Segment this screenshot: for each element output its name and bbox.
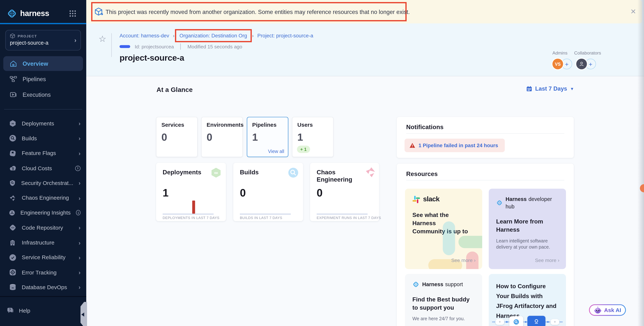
meta-divider [180, 43, 181, 50]
chevron-right-icon: › [79, 254, 80, 261]
sidebar-item-executions[interactable]: Executions [3, 87, 83, 102]
breadcrumb-account[interactable]: Account: harness-dev [120, 33, 169, 38]
ask-ai-button[interactable]: Ask AI [589, 304, 626, 316]
harness-logo-icon [496, 199, 503, 206]
breadcrumb: Account: harness-dev › Organization: Des… [120, 32, 313, 40]
logo-wordmark: harness [20, 9, 49, 18]
sidebar-divider [4, 109, 82, 109]
chevron-right-icon: › [74, 36, 76, 43]
sidebar-accent-line [0, 23, 86, 24]
sidebar-item-feature-flags[interactable]: Feature Flags › [0, 146, 86, 161]
sidebar-item-builds[interactable]: Builds › [0, 131, 86, 146]
harness-logo[interactable]: harness [6, 7, 80, 20]
resources-panel: Resources slack See what the Harness Com… [397, 163, 574, 326]
see-more-link[interactable]: See more › [535, 258, 560, 263]
stat-card-users[interactable]: Users 1 + 1 [292, 117, 334, 157]
stat-card-pipelines[interactable]: Pipelines 1 View all [247, 117, 288, 157]
panel-divider [406, 180, 564, 180]
ai-robot-icon [594, 306, 602, 314]
builds-icon [9, 135, 16, 142]
pipeline-failed-alert[interactable]: 1 Pipeline failed in past 24 hours [404, 139, 504, 152]
sidebar-item-overview[interactable]: Overview [3, 56, 83, 71]
person-icon [579, 61, 584, 67]
at-a-glance-title: At a Glance [156, 86, 193, 94]
sidebar-item-service-reliability[interactable]: Service Reliability › [0, 250, 86, 265]
notifications-title: Notifications [406, 123, 444, 130]
favorite-star-icon[interactable]: ☆ [98, 34, 106, 44]
pipeline-add-node: + [550, 319, 559, 325]
collaborator-avatar[interactable] [576, 59, 587, 69]
page-header: ☆ Account: harness-dev › Organization: D… [86, 23, 644, 76]
executions-icon [10, 91, 17, 99]
sidebar-collapse-handle[interactable] [80, 302, 87, 326]
calendar-icon [526, 86, 532, 92]
info-icon[interactable]: i [75, 165, 80, 171]
close-icon[interactable]: ✕ [630, 7, 636, 16]
module-grid-icon[interactable] [69, 10, 83, 17]
svg-text:∞: ∞ [12, 286, 14, 290]
sidebar-item-label: Executions [22, 92, 51, 98]
warning-triangle-icon [410, 143, 415, 148]
harness-support-card[interactable]: Harness support Find the Best buddy to s… [405, 274, 482, 326]
builds-module-icon [288, 167, 299, 178]
jfrog-tutorial-card[interactable]: How to Configure Your Builds with JFrog … [489, 274, 566, 326]
modified-timestamp: Modified 15 seconds ago [188, 44, 242, 49]
developer-hub-card[interactable]: Harness developer hub Learn More from Ha… [489, 189, 566, 269]
stat-card-services[interactable]: Services 0 [156, 117, 198, 157]
metric-card-chaos-engineering[interactable]: Chaos Engineering 0 EXPERIMENT RUNS IN L… [310, 163, 379, 221]
sidebar-item-security-orchestration[interactable]: Security Orchestrat... › [0, 176, 86, 190]
pipelines-icon [10, 75, 17, 83]
slack-community-card[interactable]: slack See what the Harness Community is … [405, 189, 482, 269]
sidebar-item-help[interactable]: ? Help [6, 304, 72, 317]
cube-move-icon [94, 7, 104, 17]
annotation-box-org: Organization: Destination Org [175, 29, 252, 42]
harness-logo-icon [412, 281, 419, 288]
date-range-filter[interactable]: Last 7 Days ▼ [526, 85, 574, 92]
sidebar: harness PROJECT project-source-a › [0, 0, 86, 326]
project-selector[interactable]: PROJECT project-source-a › [6, 30, 81, 50]
sidebar-item-deployments[interactable]: ∞ Deployments › [0, 116, 86, 131]
sidebar-item-infrastructure[interactable]: Infrastructure › [0, 235, 86, 250]
metric-card-deployments[interactable]: Deployments ∞ 1 DEPLOYMENTS IN LAST 7 DA… [156, 163, 226, 221]
metric-card-builds[interactable]: Builds 0 BUILDS IN LAST 7 DAYS [233, 163, 303, 221]
panel-divider [406, 133, 564, 134]
hub-card-body: Learn intelligent software delivery at y… [496, 238, 559, 250]
sidebar-item-code-repository[interactable]: </> Code Repository › [0, 220, 86, 235]
chevron-left-icon [81, 313, 84, 317]
sidebar-item-pipelines[interactable]: Pipelines [3, 72, 83, 87]
chevron-right-icon: › [79, 284, 80, 291]
error-tracking-icon [9, 269, 16, 276]
info-icon[interactable]: i [76, 210, 80, 215]
page-title: project-source-a [120, 53, 184, 63]
project-selector-value: project-source-a [10, 40, 76, 46]
support-card-body: We are here 24/7 for you. [412, 316, 475, 322]
see-more-link[interactable]: See more › [451, 258, 476, 263]
breadcrumb-project[interactable]: Project: project-source-a [257, 33, 313, 38]
svg-text:$: $ [12, 167, 14, 170]
header-divider [111, 33, 112, 57]
pipeline-jfrog-node [527, 316, 546, 326]
admin-avatar[interactable]: VS [552, 59, 563, 69]
home-icon [10, 60, 17, 68]
sidebar-item-engineering-insights[interactable]: Engineering Insights i [0, 205, 86, 220]
database-icon: ∞ [9, 284, 16, 291]
chaos-icon [9, 194, 16, 202]
sidebar-item-error-tracking[interactable]: Error Tracking › [0, 265, 86, 280]
harness-project-overview-page: harness PROJECT project-source-a › [0, 0, 644, 326]
sidebar-item-database-devops[interactable]: ∞ Database DevOps › [0, 280, 86, 295]
chevron-right-icon: › [79, 180, 80, 186]
breadcrumb-organization[interactable]: Organization: Destination Org [180, 33, 247, 38]
view-all-link[interactable]: View all [268, 149, 284, 154]
sidebar-item-chaos-engineering[interactable]: Chaos Engineering › [0, 190, 86, 205]
project-color-swatch[interactable] [120, 45, 130, 48]
stat-card-environments[interactable]: Environments 0 [201, 117, 243, 157]
sparkline-baseline [316, 214, 368, 214]
caret-down-icon: ▼ [570, 86, 574, 91]
svg-text:?: ? [9, 308, 11, 312]
sidebar-item-cloud-costs[interactable]: $ Cloud Costs i [0, 161, 86, 176]
pipeline-add-node: + [495, 319, 504, 325]
slack-logo-icon [412, 195, 420, 203]
feature-flags-icon [9, 150, 16, 157]
code-repo-icon: </> [9, 224, 16, 231]
sidebar-item-label: Overview [22, 60, 48, 67]
